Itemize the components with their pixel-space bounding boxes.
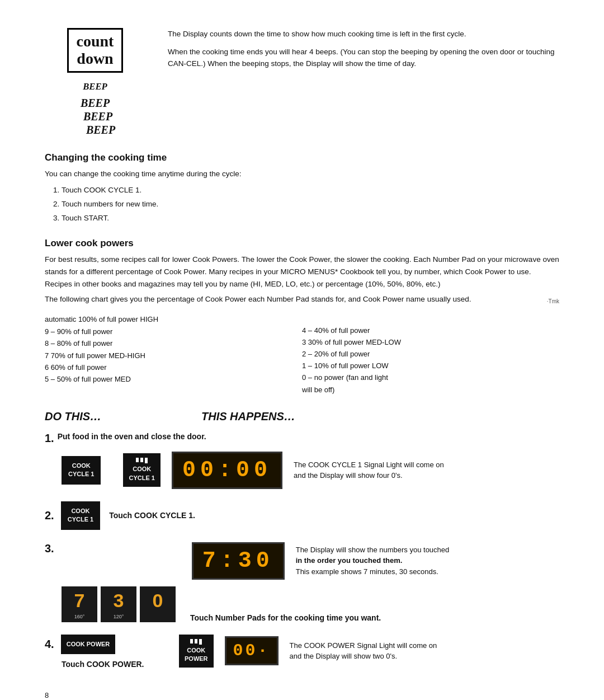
numpad-7-label: 7 [74, 590, 85, 612]
do-this-label: DO THIS… [45, 410, 201, 423]
chart-left-item-2: 7 70% of full power MED-HIGH [45, 351, 302, 361]
numpad-7-deg: 160° [74, 614, 85, 619]
auto-100-label: automatic 100% of full power HIGH [45, 313, 302, 325]
step-3-led-display: 7:30 [192, 542, 285, 580]
lower-heading: Lower cook powers [45, 238, 559, 249]
chart-left-item-3: 6 60% of full power [45, 363, 302, 373]
numpad-0-label: 0 [153, 590, 163, 612]
power-col-right: 4 – 40% of full power 3 30% of full powe… [302, 313, 559, 397]
step-1-led-display: 00:00 [172, 452, 282, 489]
tmk-label: ·Tmk [547, 297, 559, 307]
numpad-3-label: 3 [114, 590, 124, 612]
step-3-section: 3. 7:30 The Display will show the number… [45, 542, 559, 622]
chart-left-list: 9 – 90% of full power 8 – 80% of full po… [45, 327, 302, 384]
step-2-desc: Touch COOK CYCLE 1. [109, 511, 195, 520]
changing-intro: You can change the cooking time anytime … [45, 168, 559, 180]
changing-step-3: Touch START. [62, 212, 559, 224]
cook-cycle-1-step2-label: COOKCYCLE 1 [68, 507, 93, 524]
signal-bars [129, 458, 154, 463]
top-section: countdown BEEP BEEP BEEP BEEP The Displa… [45, 28, 559, 137]
numpad-7-button[interactable]: 7 160° [62, 586, 97, 622]
lower-content: For best results, some recipes call for … [45, 253, 559, 397]
lower-para2: The following chart gives you the percen… [45, 293, 542, 306]
chart-right-item-2: 2 – 20% of full power [302, 349, 559, 359]
chart-right-item-1: 3 30% of full power MED-LOW [302, 337, 559, 347]
chart-right-item-4: 0 – no power (fan and light [302, 373, 559, 383]
step-2-number: 2. [45, 509, 54, 522]
step-3-desc: Touch Number Pads for the cooking time y… [190, 613, 381, 622]
cook-power-signal-bars [185, 639, 208, 645]
step-3-right-text: The Display will show the numbers you to… [296, 544, 452, 577]
changing-section: Changing the cooking time You can change… [45, 152, 559, 224]
step-4-right-text: The COOK POWER Signal Light will come on… [290, 640, 446, 662]
chart-left-item-1: 8 – 80% of full power [45, 339, 302, 349]
step-4-section: 4. COOK POWER Touch COOK POWER. COOKPOWE… [45, 635, 559, 669]
chart-right-item-3: 1 – 10% of full power LOW [302, 361, 559, 371]
cook-cycle-signal-label: COOKCYCLE 1 [129, 465, 154, 482]
lower-para1: For best results, some recipes call for … [45, 253, 559, 290]
step-3-number: 3. [45, 542, 54, 555]
changing-step-1: Touch COOK CYCLE 1. [62, 184, 559, 196]
step-1-desc: Put food in the oven and close the door. [58, 432, 206, 441]
step-1-right-text: The COOK CYCLE 1 Signal Light will come … [294, 459, 450, 481]
this-happens-label: THIS HAPPENS… [201, 410, 295, 423]
step-3-right-text-prefix: The Display will show the numbers you to… [296, 546, 450, 554]
cook-power-label: COOK POWER [67, 640, 110, 649]
changing-heading: Changing the cooking time [45, 152, 559, 163]
top-para2: When the cooking time ends you will hear… [168, 46, 559, 70]
numpad-3-deg: 120° [114, 614, 124, 619]
page-number: 8 [45, 691, 559, 699]
beep-display: BEEP BEEP BEEP BEEP [75, 81, 115, 137]
changing-content: You can change the cooking time anytime … [45, 168, 559, 224]
chart-right-item-5: will be off) [302, 385, 559, 395]
power-chart: automatic 100% of full power HIGH 9 – 90… [45, 313, 559, 397]
step-3-right-bold: in the order you touched them. [296, 556, 403, 565]
numpad-3-button[interactable]: 3 120° [101, 586, 136, 622]
chart-left-item-4: 5 – 50% of full power MED [45, 374, 302, 384]
cook-cycle-1-signal-button[interactable]: COOKCYCLE 1 [123, 453, 160, 487]
cook-power-button-step4[interactable]: COOK POWER [61, 635, 116, 654]
chart-left-item-0: 9 – 90% of full power [45, 327, 302, 337]
top-para1: The Display counts down the time to show… [168, 28, 559, 40]
lower-section: Lower cook powers For best results, some… [45, 238, 559, 397]
step-1-section: 1. Put food in the oven and close the do… [45, 432, 559, 489]
step-3-right-extra: This example shows 7 minutes, 30 seconds… [296, 567, 438, 576]
step-4-number: 4. [45, 638, 54, 651]
step-2-section: 2. COOKCYCLE 1 Touch COOK CYCLE 1. [45, 501, 559, 530]
chart-right-list: 4 – 40% of full power 3 30% of full powe… [302, 326, 559, 395]
display-images: countdown BEEP BEEP BEEP BEEP [45, 28, 145, 137]
cook-cycle-1-button-step1[interactable]: COOKCYCLE 1 [62, 456, 101, 485]
cook-power-signal-label: COOKPOWER [185, 646, 208, 664]
chart-right-item-0: 4 – 40% of full power [302, 326, 559, 336]
cook-power-signal-button[interactable]: COOKPOWER [179, 635, 214, 668]
step-4-led-display: 00· [225, 636, 279, 665]
changing-step-2: Touch numbers for new time. [62, 198, 559, 210]
count-down-display: countdown [67, 28, 124, 73]
step-1-number: 1. [45, 432, 54, 445]
do-this-header: DO THIS… THIS HAPPENS… [45, 410, 559, 423]
top-text: The Display counts down the time to show… [168, 28, 559, 76]
power-col-left: automatic 100% of full power HIGH 9 – 90… [45, 313, 302, 397]
changing-steps-list: Touch COOK CYCLE 1. Touch numbers for ne… [62, 184, 559, 225]
numpad-0-button[interactable]: 0 [140, 586, 176, 622]
cook-cycle-1-label: COOKCYCLE 1 [68, 462, 94, 479]
step-4-desc: Touch COOK POWER. [62, 660, 144, 669]
step-3-desc-container: Touch Number Pads for the cooking time y… [190, 613, 381, 622]
cook-cycle-1-button-step2[interactable]: COOKCYCLE 1 [61, 501, 100, 530]
